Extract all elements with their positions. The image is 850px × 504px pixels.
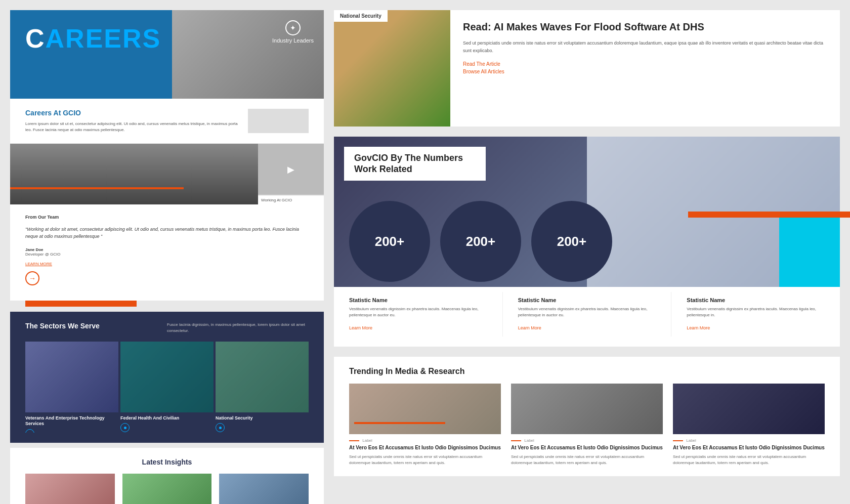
insight-image-1 <box>122 474 212 504</box>
photo-strip-side-label: Working At GCIO <box>258 196 324 204</box>
trending-item-1[interactable]: Label At Vero Eos Et Accusamus Et Iusto … <box>511 384 663 466</box>
stat-item-2: Statistic Name Vestibulum venenatis dign… <box>671 292 840 337</box>
sector-circle-national <box>216 423 225 432</box>
sector-overlay-federal <box>120 342 214 412</box>
browse-articles-link[interactable]: Browse All Articles <box>463 69 827 74</box>
stat-item-0: Statistic Name Vestibulum venenatis dign… <box>334 292 502 337</box>
sector-circle-federal <box>120 423 130 432</box>
sectors-description: Fusce lacinia dignissim, in maximus pell… <box>167 322 309 334</box>
industry-leaders: ✦ Industry Leaders <box>272 20 314 44</box>
stat-name-0: Statistic Name <box>349 297 487 303</box>
careers-title-white: C <box>25 24 46 53</box>
trending-title: Trending In Media & Research <box>349 367 825 376</box>
national-security-label: National Security <box>334 10 388 22</box>
careers-info-left: Careers At GCIO Lorem ipsum dolor sit ut… <box>25 109 238 133</box>
trending-image-2 <box>673 384 825 434</box>
trending-item-desc-0: Sed ut perspiciatis unde omnis iste natu… <box>349 454 501 466</box>
sector-item-veterans[interactable]: Veterans And Enterprise Technology Servi… <box>25 342 118 433</box>
trending-label-1: Label <box>511 438 663 443</box>
sector-circle-dot-federal <box>124 427 126 429</box>
insight-item-0[interactable]: Case Study GovernmentCIO, A Welch, Carso… <box>25 474 115 504</box>
photo-strip-side-image: ▶ <box>258 144 324 195</box>
sector-label-veterans: Veterans And Enterprise Technology Servi… <box>25 415 118 427</box>
sectors-title: The Sectors We Serve <box>25 322 100 330</box>
stat-item-1: Statistic Name Vestibulum venenatis dign… <box>502 292 671 337</box>
number-circle-0: 200+ <box>349 201 430 282</box>
testimonial-quote: "Working at dolor sit amet, consectetur … <box>25 226 309 240</box>
numbers-section: GovCIO By The Numbers Work Related 200+ … <box>334 137 840 347</box>
careers-hero: CAREERS ✦ Industry Leaders <box>10 10 324 99</box>
photo-strip-main-image <box>10 144 258 204</box>
sector-item-federal[interactable]: Federal Health And Civilian <box>120 342 214 433</box>
photo-strip-main <box>10 144 258 204</box>
read-article-link[interactable]: Read The Article <box>463 61 827 67</box>
insight-item-1[interactable]: Case Study Securing A Cloud Environment … <box>122 474 212 504</box>
trending-item-title-2: At Vero Eos Et Accusamus Et Iusto Odio D… <box>673 444 825 451</box>
sector-circle-veterans <box>25 429 34 433</box>
insight-image-0 <box>25 474 115 504</box>
testimonial: From Our Team "Working at dolor sit amet… <box>10 204 324 301</box>
insights-title: Latest Insights <box>25 458 309 466</box>
number-circle-2: 200+ <box>531 201 612 282</box>
testimonial-arrow[interactable]: → <box>25 271 39 285</box>
article-text: Sed ut perspiciatis unde omnis iste natu… <box>463 39 827 55</box>
stat-name-2: Statistic Name <box>687 297 825 303</box>
trending-label-line-0 <box>349 440 359 441</box>
numbers-header-box: GovCIO By The Numbers Work Related <box>344 147 486 181</box>
sectors-header: The Sectors We Serve Fusce lacinia digni… <box>25 322 309 334</box>
trending-label-text-1: Label <box>524 438 534 443</box>
careers-info-title: Careers At GCIO <box>25 109 238 117</box>
careers-info-text: Lorem ipsum dolor sit ut et, consectetur… <box>25 121 238 133</box>
national-security-image <box>334 10 450 127</box>
trending-item-title-0: At Vero Eos Et Accusamus Et Iusto Odio D… <box>349 444 501 451</box>
left-orange-bar <box>25 301 137 307</box>
insight-item-2[interactable]: Case Study New DHS CIO Tackles Supply Ch… <box>219 474 309 504</box>
trending-item-title-1: At Vero Eos Et Accusamus Et Iusto Odio D… <box>511 444 663 451</box>
industry-leaders-label: Industry Leaders <box>272 37 314 44</box>
national-security-content: Read: AI Makes Waves For Flood Software … <box>450 10 840 127</box>
careers-title-blue: AREERS <box>46 24 161 53</box>
sector-circle-dot-national <box>219 427 222 429</box>
sector-label-national: National Security <box>216 415 309 422</box>
careers-info-image <box>248 109 309 133</box>
trending-item-desc-2: Sed ut perspiciatis unde omnis iste natu… <box>673 454 825 466</box>
sectors-grid: Veterans And Enterprise Technology Servi… <box>25 342 309 433</box>
stat-link-1[interactable]: Learn More <box>518 325 541 330</box>
careers-title: CAREERS <box>25 25 161 52</box>
left-column: CAREERS ✦ Industry Leaders Careers At GC… <box>10 10 324 504</box>
stat-desc-2: Vestibulum venenatis dignissim ex pharet… <box>687 306 825 318</box>
insights-grid: Case Study GovernmentCIO, A Welch, Carso… <box>25 474 309 504</box>
stat-name-1: Statistic Name <box>518 297 656 303</box>
trending-item-2[interactable]: Label At Vero Eos Et Accusamus Et Iusto … <box>673 384 825 466</box>
testimonial-learn-more-link[interactable]: LEARN MORE <box>25 262 309 266</box>
trending-image-0 <box>349 384 501 434</box>
article-title: Read: AI Makes Waves For Flood Software … <box>463 20 827 33</box>
national-security-image-wrap: National Security <box>334 10 450 127</box>
testimonial-from: From Our Team <box>25 215 309 220</box>
photo-strip-side: ▶ Working At GCIO <box>258 144 324 204</box>
stat-link-2[interactable]: Learn More <box>687 325 710 330</box>
trending-label-line-2 <box>673 440 683 441</box>
careers-info: Careers At GCIO Lorem ipsum dolor sit ut… <box>10 99 324 144</box>
trending-label-2: Label <box>673 438 825 443</box>
insights-section: Latest Insights Case Study GovernmentCIO… <box>10 448 324 504</box>
numbers-circles: 200+ 200+ 200+ <box>334 191 840 287</box>
trending-image-1 <box>511 384 663 434</box>
testimonial-author-name: Jane Doe <box>25 247 309 252</box>
trending-label-0: Label <box>349 438 501 443</box>
numbers-content: GovCIO By The Numbers Work Related 200+ … <box>334 137 840 347</box>
trending-label-text-0: Label <box>362 438 372 443</box>
stat-desc-1: Vestibulum venenatis dignissim ex pharet… <box>518 306 656 318</box>
photo-strip: ▶ Working At GCIO <box>10 144 324 204</box>
trending-label-text-2: Label <box>686 438 696 443</box>
stat-desc-0: Vestibulum venenatis dignissim ex pharet… <box>349 306 487 318</box>
insight-image-2 <box>219 474 309 504</box>
sectors-section: The Sectors We Serve Fusce lacinia digni… <box>10 312 324 443</box>
stat-link-0[interactable]: Learn More <box>349 325 372 330</box>
numbers-stats: Statistic Name Vestibulum venenatis dign… <box>334 287 840 347</box>
industry-leaders-icon: ✦ <box>285 20 301 35</box>
numbers-title: GovCIO By The Numbers Work Related <box>354 153 476 175</box>
sector-item-national[interactable]: National Security <box>216 342 309 433</box>
trending-item-0[interactable]: Label At Vero Eos Et Accusamus Et Iusto … <box>349 384 501 466</box>
trending-section: Trending In Media & Research Label At Ve… <box>334 357 840 476</box>
